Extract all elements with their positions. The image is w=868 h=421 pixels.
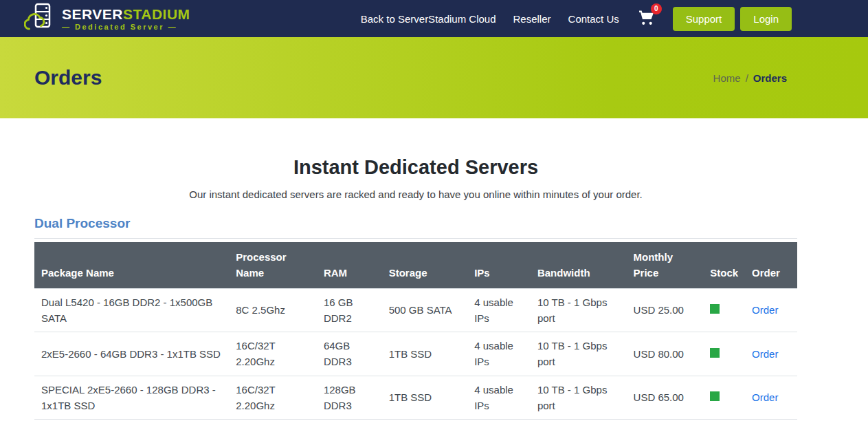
col-header-ram: RAM (317, 242, 382, 288)
col-header-price: Monthly Price (627, 242, 704, 288)
stock-indicator (710, 391, 720, 401)
cell-price: USD 65.00 (627, 376, 704, 420)
cell-processor: 16C/32T 2.20Ghz (229, 332, 317, 376)
cell-package: 2xE5-2660 - 64GB DDR3 - 1x1TB SSD (34, 332, 229, 376)
cell-storage: 500 GB SATA (382, 288, 468, 332)
order-link[interactable]: Order (752, 391, 778, 403)
col-header-order: Order (745, 242, 797, 288)
breadcrumb-current: Orders (753, 72, 787, 84)
support-button[interactable]: Support (673, 7, 735, 31)
cloud-server-logo-icon (24, 3, 56, 34)
servers-table: Package Name Processor Name RAM Storage … (34, 242, 797, 421)
cell-ips: 4 usable IPs (467, 332, 531, 376)
table-row: 2xE5-2660 - 64GB DDR3 - 1x1TB SSD 16C/32… (34, 332, 797, 376)
cart-button[interactable]: 0 (638, 9, 656, 29)
section-heading: Instant Dedicated Servers (34, 156, 797, 179)
breadcrumb-separator: / (746, 72, 748, 84)
col-header-bandwidth: Bandwidth (531, 242, 627, 288)
col-header-ips: IPs (467, 242, 531, 288)
col-header-stock: Stock (703, 242, 745, 288)
table-row: Dual L5420 - 16GB DDR2 - 1x500GB SATA 8C… (34, 288, 797, 332)
group-title-dual-processor: Dual Processor (34, 216, 797, 239)
main-content: Instant Dedicated Servers Our instant de… (0, 118, 868, 421)
cell-price: USD 80.00 (627, 332, 704, 376)
breadcrumb: Home / Orders (713, 72, 787, 84)
cell-ram: 64GB DDR3 (317, 332, 382, 376)
top-navbar: SERVERSTADIUM — Dedicated Server — Back … (0, 0, 868, 37)
cart-count-badge: 0 (651, 3, 662, 14)
nav-link-back-to-cloud[interactable]: Back to ServerStadium Cloud (361, 13, 496, 25)
cell-storage: 1TB SSD (382, 332, 468, 376)
page-title-orders: Orders (34, 66, 102, 89)
cell-price: USD 25.00 (627, 288, 704, 332)
cell-storage: 1TB SSD (382, 376, 468, 420)
cell-ram: 128GB DDR3 (317, 376, 382, 420)
cell-processor: 8C 2.5Ghz (229, 288, 317, 332)
cell-bandwidth: 10 TB - 1 Gbps port (531, 376, 627, 420)
cell-bandwidth: 10 TB - 1 Gbps port (531, 332, 627, 376)
brand-name: SERVERSTADIUM (62, 6, 190, 22)
cell-package: Dual L5420 - 16GB DDR2 - 1x500GB SATA (34, 288, 229, 332)
nav-link-contact-us[interactable]: Contact Us (568, 13, 619, 25)
cell-package: SPECIAL 2xE5-2660 - 128GB DDR3 - 1x1TB S… (34, 376, 229, 420)
order-link[interactable]: Order (752, 304, 778, 316)
cell-bandwidth: 10 TB - 1 Gbps port (531, 288, 627, 332)
brand-tagline: — Dedicated Server — (62, 23, 190, 31)
nav-menu: Back to ServerStadium Cloud Reseller Con… (361, 7, 792, 31)
login-button[interactable]: Login (740, 7, 792, 31)
cell-processor: 16C/32T 2.20Ghz (229, 376, 317, 420)
col-header-storage: Storage (382, 242, 468, 288)
stock-indicator (710, 348, 720, 358)
page-banner: Orders Home / Orders (0, 37, 868, 118)
cart-icon (638, 17, 656, 28)
nav-link-reseller[interactable]: Reseller (513, 13, 551, 25)
section-subtitle: Our instant dedicated servers are racked… (34, 188, 797, 200)
col-header-package: Package Name (34, 242, 229, 288)
cell-ram: 16 GB DDR2 (317, 288, 382, 332)
order-link[interactable]: Order (752, 348, 778, 360)
cell-ips: 4 usable IPs (467, 288, 531, 332)
stock-indicator (710, 304, 720, 314)
cell-ips: 4 usable IPs (467, 376, 531, 420)
col-header-processor: Processor Name (229, 242, 317, 288)
table-header-row: Package Name Processor Name RAM Storage … (34, 242, 797, 288)
table-row: SPECIAL 2xE5-2660 - 128GB DDR3 - 1x1TB S… (34, 376, 797, 420)
brand-logo[interactable]: SERVERSTADIUM — Dedicated Server — (24, 3, 190, 34)
breadcrumb-home-link[interactable]: Home (713, 72, 741, 84)
